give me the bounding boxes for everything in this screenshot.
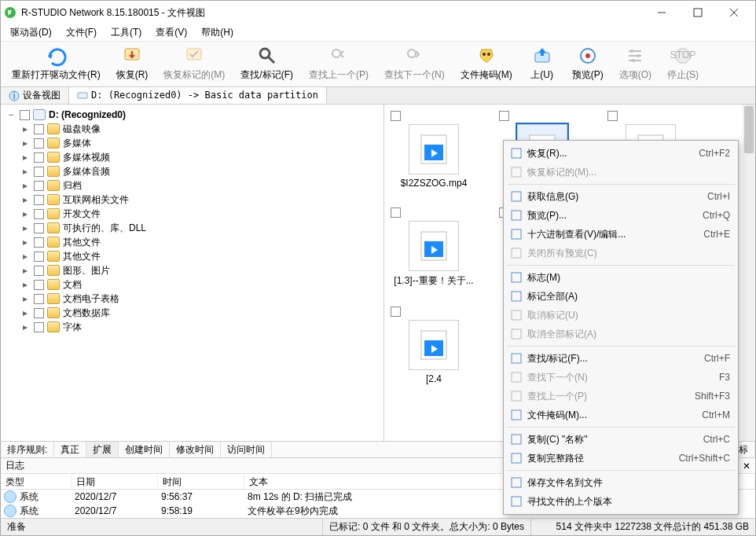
sort-ctime[interactable]: 创建时间 [119,442,170,457]
tree-item[interactable]: ▸多媒体 [1,136,384,150]
logcol-type[interactable]: 类型 [1,474,72,489]
sort-ext[interactable]: 扩展 [86,442,119,457]
tree-item[interactable]: ▸其他文件 [1,235,384,249]
find-prev-icon [328,45,350,67]
log-close-icon[interactable]: ✕ [743,461,750,472]
folder-icon [47,293,60,304]
ctx-label: 查找下一个(N) [527,371,719,384]
tree-item[interactable]: ▸文档数据库 [1,306,384,320]
tree-item[interactable]: ▸开发文件 [1,207,384,221]
toolbar-up[interactable]: 上(U) [523,43,561,83]
checkbox[interactable] [34,195,44,205]
menu-file[interactable]: 文件(F) [60,24,103,41]
statusbar: 准备 已标记: 0 文件 和 0 文件夹。总大小为: 0 Bytes 514 文… [1,518,755,535]
menu-help[interactable]: 帮助(H) [195,24,240,41]
toolbar-find-prev: 查找上一个(P) [304,43,373,83]
logcol-time[interactable]: 时间 [158,474,244,489]
ctx-shortcut: F3 [719,372,730,383]
tree-item[interactable]: ▸多媒体视频 [1,150,384,164]
ctx-label: 查找/标记(F)... [527,352,704,365]
ctx-info[interactable]: 获取信息(G)Ctrl+I [505,187,736,206]
checkbox[interactable] [34,167,44,177]
toolbar-find-mark[interactable]: 查找/标记(F) [236,43,298,83]
ctx-history[interactable]: 寻找文件的上个版本 [505,492,736,511]
ctx-copy-path[interactable]: 复制完整路径Ctrl+Shift+C [505,449,736,468]
toolbar-label: 上(U) [530,68,553,82]
checkbox[interactable] [34,181,44,191]
checkbox[interactable] [499,111,509,121]
history-icon [510,495,523,508]
ctx-preview[interactable]: 预览(P)...Ctrl+Q [505,206,736,225]
thumbnail [409,124,459,174]
tree-item[interactable]: ▸字体 [1,320,384,334]
svg-text:i: i [13,90,16,101]
logcol-date[interactable]: 日期 [72,474,158,489]
menu-drive[interactable]: 驱动器(D) [4,24,58,41]
ctx-save[interactable]: 保存文件名到文件 [505,473,736,492]
tree-root[interactable]: −D: (Recognized0) [1,108,384,122]
tab-path[interactable]: D: (Recognized0) -> Basic data partition [69,87,327,104]
tree-item[interactable]: ▸多媒体音频 [1,164,384,178]
tree-item[interactable]: ▸图形、图片 [1,263,384,277]
ctx-find[interactable]: 查找/标记(F)...Ctrl+F [505,349,736,368]
toolbar-find-next: 查找下一个(N) [380,43,450,83]
checkbox[interactable] [34,138,44,149]
close-button[interactable] [716,1,752,24]
checkbox[interactable] [391,307,401,317]
ctx-hex[interactable]: 十六进制查看(V)/编辑...Ctrl+E [505,225,736,244]
checkbox[interactable] [34,124,44,134]
tree-item[interactable]: ▸可执行的、库、DLL [1,221,384,235]
checkbox[interactable] [34,266,44,276]
minimize-button[interactable] [644,1,680,24]
tree-item[interactable]: ▸其他文件 [1,249,384,263]
checkbox[interactable] [34,251,44,262]
checkbox[interactable] [34,152,44,163]
tree-item[interactable]: ▸文档 [1,277,384,292]
file-thumb[interactable]: [1.3]--重要！关于... [391,207,477,288]
tab-device-view[interactable]: i 设备视图 [1,87,69,104]
checkbox[interactable] [391,111,401,121]
svg-rect-46 [512,167,521,177]
sort-real[interactable]: 真正 [54,442,86,457]
options-icon [624,45,646,67]
checkbox[interactable] [34,223,44,233]
scrollbar[interactable] [743,105,755,441]
toolbar-recover[interactable]: 恢复(R) [112,43,153,83]
context-menu[interactable]: 恢复(R)...Ctrl+F2恢复标记的(M)...获取信息(G)Ctrl+I预… [503,140,739,515]
ctx-mark[interactable]: 标志(M) [505,268,736,287]
folder-icon [47,321,60,332]
svg-rect-45 [512,149,521,158]
checkbox[interactable] [34,237,44,248]
folder-icon [47,237,60,248]
maximize-button[interactable] [680,1,716,24]
file-thumb[interactable]: $I2ZSZOG.mp4 [391,111,477,189]
checkbox[interactable] [34,308,44,318]
checkbox[interactable] [34,294,44,304]
menu-tools[interactable]: 工具(T) [105,24,148,41]
tree-item[interactable]: ▸磁盘映像 [1,122,384,136]
checkbox[interactable] [34,280,44,290]
file-thumb[interactable]: [2.4 [391,307,477,384]
sort-atime[interactable]: 访问时间 [221,442,272,457]
ctx-label: 标志(M) [527,271,730,285]
tree-item[interactable]: ▸归档 [1,178,384,193]
tree-item-label: 其他文件 [63,250,101,263]
checkbox[interactable] [34,322,44,332]
checkbox[interactable] [607,111,618,121]
folder-icon [47,251,60,262]
checkbox[interactable] [34,209,44,219]
ctx-mark-all[interactable]: 标记全部(A) [505,287,736,306]
menu-view[interactable]: 查看(V) [149,24,193,41]
toolbar-mask[interactable]: 文件掩码(M) [456,43,517,83]
ctx-mask[interactable]: 文件掩码(M)...Ctrl+M [505,406,736,424]
folder-tree[interactable]: −D: (Recognized0)▸磁盘映像▸多媒体▸多媒体视频▸多媒体音频▸归… [1,105,384,441]
ctx-recover[interactable]: 恢复(R)...Ctrl+F2 [505,144,736,163]
tree-item[interactable]: ▸互联网相关文件 [1,193,384,207]
ctx-copy[interactable]: 复制(C) "名称"Ctrl+C [505,430,736,449]
svg-point-11 [483,53,486,56]
tree-item[interactable]: ▸文档电子表格 [1,292,384,306]
sort-mtime[interactable]: 修改时间 [170,442,221,457]
toolbar-preview[interactable]: 预览(P) [567,43,608,83]
checkbox[interactable] [391,207,401,218]
toolbar-reopen[interactable]: 重新打开驱动文件(R) [7,43,105,83]
